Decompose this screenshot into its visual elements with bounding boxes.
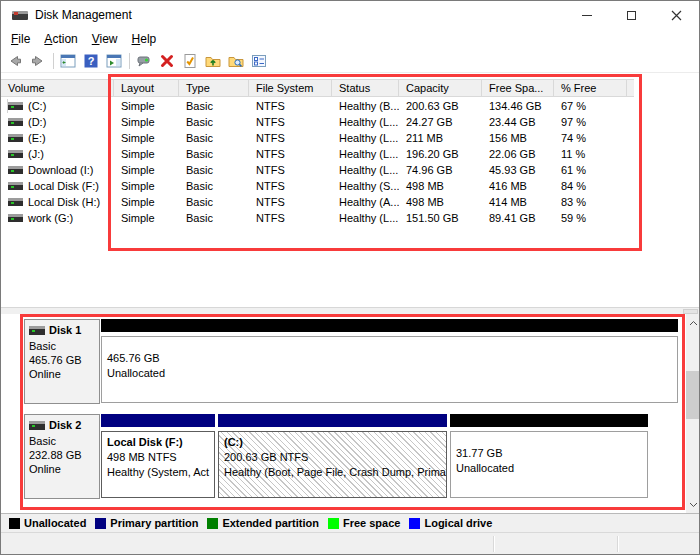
table-row[interactable]: Download (I:)SimpleBasicNTFSHealthy (L..… — [1, 162, 699, 178]
table-row[interactable]: Local Disk (H:)SimpleBasicNTFSHealthy (A… — [1, 194, 699, 210]
menu-item-action[interactable]: Action — [37, 30, 84, 48]
legend-swatch — [9, 518, 20, 529]
check-document-icon[interactable] — [182, 53, 198, 69]
cell: Healthy (L... — [332, 148, 399, 160]
help-icon[interactable]: ? — [83, 53, 99, 69]
svg-text:?: ? — [88, 55, 95, 67]
cell: 211 MB — [399, 132, 482, 144]
cell: 74.96 GB — [399, 164, 482, 176]
cell: NTFS — [249, 212, 332, 224]
disk-size: 232.88 GB — [29, 448, 99, 462]
cell: 67 % — [554, 100, 627, 112]
disk-label-2[interactable]: Disk 2Basic232.88 GBOnline — [24, 414, 100, 499]
column-header-free-spa[interactable]: Free Spa... — [482, 79, 554, 97]
pane-splitter[interactable] — [1, 307, 699, 314]
cell: NTFS — [249, 100, 332, 112]
disk-graphical-pane: Disk 1Basic465.76 GBOnline465.76 GBUnall… — [1, 314, 699, 513]
menu-bar: FileActionViewHelp — [1, 29, 699, 49]
pointer-callout-icon[interactable] — [136, 53, 152, 69]
cell: NTFS — [249, 116, 332, 128]
minimize-button[interactable] — [564, 1, 609, 29]
partition-c[interactable]: (C:)200.63 GB NTFSHealthy (Boot, Page Fi… — [218, 414, 447, 499]
show-action-pane-icon[interactable] — [106, 53, 122, 69]
disk-name: Disk 1 — [29, 323, 99, 337]
column-header-layout[interactable]: Layout — [114, 79, 179, 97]
column-header-volume[interactable]: Volume — [1, 79, 114, 97]
cell: 84 % — [554, 180, 627, 192]
legend-item-logical-drive: Logical drive — [409, 517, 492, 529]
volume-cell: (E:) — [1, 131, 114, 145]
menu-item-help[interactable]: Help — [125, 30, 164, 48]
volume-cell: Download (I:) — [1, 163, 114, 177]
volume-cell: (C:) — [1, 99, 114, 113]
volume-name-wrap: (E:) — [8, 131, 114, 145]
volume-cell: (D:) — [1, 115, 114, 129]
table-row[interactable]: (D:)SimpleBasicNTFSHealthy (L...24.27 GB… — [1, 114, 699, 130]
table-row[interactable]: work (G:)SimpleBasicNTFSHealthy (L...151… — [1, 210, 699, 226]
show-console-tree-icon[interactable] — [60, 53, 76, 69]
volume-list-pane: VolumeLayoutTypeFile SystemStatusCapacit… — [1, 73, 699, 307]
cell: Basic — [179, 116, 249, 128]
menu-item-view[interactable]: View — [85, 30, 125, 48]
cell: NTFS — [249, 132, 332, 144]
legend-bar: UnallocatedPrimary partitionExtended par… — [1, 513, 699, 532]
maximize-button[interactable] — [609, 1, 654, 29]
menu-item-file[interactable]: File — [4, 30, 37, 48]
cell: 23.44 GB — [482, 116, 554, 128]
volume-cell: Local Disk (H:) — [1, 195, 114, 209]
cell: Basic — [179, 148, 249, 160]
close-button[interactable] — [654, 1, 699, 29]
cell: Simple — [114, 100, 179, 112]
partition-info-box: 465.76 GBUnallocated — [101, 336, 678, 403]
cell: Simple — [114, 196, 179, 208]
disk-status: Online — [29, 462, 99, 476]
partition-info-box: (C:)200.63 GB NTFSHealthy (Boot, Page Fi… — [218, 431, 447, 498]
column-header-status[interactable]: Status — [332, 79, 399, 97]
cell: 61 % — [554, 164, 627, 176]
cell: Basic — [179, 100, 249, 112]
cell: 200.63 GB — [399, 100, 482, 112]
scrollbar-thumb[interactable] — [686, 371, 700, 419]
column-header-free[interactable]: % Free — [554, 79, 627, 97]
column-header-type[interactable]: Type — [179, 79, 249, 97]
delete-volume-icon[interactable] — [159, 53, 175, 69]
cell: NTFS — [249, 180, 332, 192]
scroll-down-button[interactable] — [686, 496, 700, 513]
volume-table-header: VolumeLayoutTypeFile SystemStatusCapacit… — [1, 79, 634, 97]
cell: Basic — [179, 212, 249, 224]
disk-label-1[interactable]: Disk 1Basic465.76 GBOnline — [24, 319, 100, 404]
back-icon[interactable] — [7, 53, 23, 69]
column-header-capacity[interactable]: Capacity — [399, 79, 482, 97]
cell: NTFS — [249, 148, 332, 160]
table-row[interactable]: Local Disk (F:)SimpleBasicNTFSHealthy (S… — [1, 178, 699, 194]
cell: 97 % — [554, 116, 627, 128]
vertical-scrollbar[interactable] — [686, 314, 700, 513]
partition-localdiskf[interactable]: Local Disk (F:)498 MB NTFSHealthy (Syste… — [101, 414, 215, 499]
table-row[interactable]: (J:)SimpleBasicNTFSHealthy (L...196.20 G… — [1, 146, 699, 162]
volume-name-wrap: Local Disk (H:) — [8, 195, 114, 209]
forward-icon[interactable] — [30, 53, 46, 69]
properties-icon[interactable] — [251, 53, 267, 69]
folder-search-icon[interactable] — [228, 53, 244, 69]
cell: 196.20 GB — [399, 148, 482, 160]
scroll-up-button[interactable] — [686, 314, 700, 331]
minimize-icon — [582, 15, 592, 16]
table-row[interactable]: (E:)SimpleBasicNTFSHealthy (L...211 MB15… — [1, 130, 699, 146]
volume-drive-icon — [8, 118, 23, 126]
partition-unallocated[interactable]: 465.76 GBUnallocated — [101, 319, 678, 404]
volume-drive-icon — [8, 182, 23, 190]
table-row[interactable]: (C:)SimpleBasicNTFSHealthy (B...200.63 G… — [1, 98, 699, 114]
disk-drive-icon — [29, 421, 45, 430]
cell: 45.93 GB — [482, 164, 554, 176]
partition-unallocated[interactable]: 31.77 GBUnallocated — [450, 414, 648, 499]
volume-name-wrap: (C:) — [8, 99, 114, 113]
cell: Simple — [114, 164, 179, 176]
disk-name: Disk 2 — [29, 418, 99, 432]
volume-cell: Local Disk (F:) — [1, 179, 114, 193]
cell: 134.46 GB — [482, 100, 554, 112]
close-icon — [671, 10, 682, 21]
column-header-file-system[interactable]: File System — [249, 79, 332, 97]
folder-up-icon[interactable] — [205, 53, 221, 69]
volume-name: work (G:) — [28, 212, 73, 224]
legend-swatch — [207, 518, 218, 529]
